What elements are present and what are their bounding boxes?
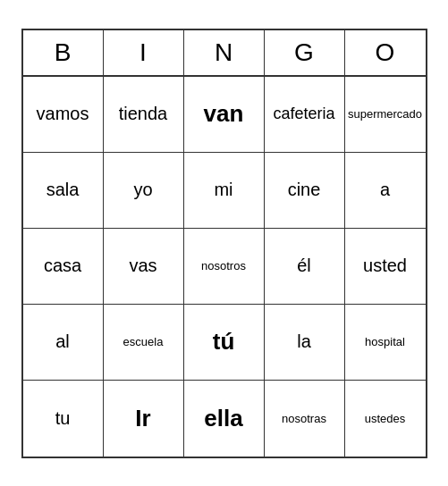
- cell-value: mi: [214, 180, 232, 200]
- bingo-cell: al: [23, 305, 104, 381]
- bingo-cell: tú: [184, 305, 265, 381]
- bingo-cell: usted: [345, 229, 426, 305]
- bingo-cell: vas: [104, 229, 184, 305]
- bingo-cell: tu: [23, 381, 104, 457]
- bingo-card: BINGO vamostiendavancafeteriasupermercad…: [21, 29, 427, 458]
- cell-value: hospital: [365, 335, 405, 348]
- cell-value: ustedes: [365, 412, 406, 425]
- cell-value: van: [204, 100, 244, 128]
- cell-value: tienda: [119, 104, 168, 124]
- bingo-cell: nosotras: [265, 381, 345, 457]
- cell-value: vas: [129, 256, 156, 276]
- cell-value: cafeteria: [273, 105, 334, 123]
- bingo-cell: ella: [184, 381, 265, 457]
- cell-value: la: [297, 331, 311, 352]
- bingo-grid: vamostiendavancafeteriasupermercadosalay…: [23, 75, 426, 457]
- header-letter: N: [184, 30, 265, 75]
- cell-value: casa: [44, 256, 81, 276]
- bingo-cell: nosotros: [184, 229, 265, 305]
- cell-value: nosotras: [282, 412, 326, 425]
- bingo-cell: yo: [104, 153, 184, 229]
- bingo-cell: sala: [23, 153, 104, 229]
- bingo-cell: vamos: [23, 77, 104, 153]
- cell-value: tu: [55, 408, 71, 429]
- bingo-cell: escuela: [104, 305, 184, 381]
- cell-value: él: [297, 256, 311, 276]
- cell-value: supermercado: [348, 107, 422, 121]
- bingo-cell: casa: [23, 229, 104, 305]
- header-letter: B: [23, 30, 104, 75]
- bingo-cell: cine: [265, 153, 345, 229]
- cell-value: a: [380, 180, 390, 200]
- cell-value: usted: [363, 256, 407, 276]
- header-letter: O: [345, 30, 426, 75]
- bingo-header: BINGO: [23, 30, 426, 75]
- cell-value: ella: [204, 405, 242, 432]
- bingo-cell: a: [345, 153, 426, 229]
- cell-value: sala: [46, 180, 80, 200]
- bingo-cell: mi: [184, 153, 265, 229]
- bingo-cell: la: [265, 305, 345, 381]
- cell-value: al: [55, 331, 70, 352]
- bingo-cell: ustedes: [345, 381, 426, 457]
- cell-value: nosotros: [201, 259, 246, 272]
- cell-value: Ir: [135, 405, 150, 432]
- bingo-cell: tienda: [104, 77, 184, 153]
- cell-value: escuela: [123, 335, 164, 348]
- bingo-cell: Ir: [104, 381, 184, 457]
- bingo-cell: él: [265, 229, 345, 305]
- bingo-cell: van: [184, 77, 265, 153]
- header-letter: I: [104, 30, 184, 75]
- header-letter: G: [265, 30, 345, 75]
- bingo-cell: cafeteria: [265, 77, 345, 153]
- cell-value: cine: [288, 180, 321, 200]
- cell-value: yo: [133, 180, 152, 200]
- cell-value: tú: [213, 328, 235, 356]
- bingo-cell: hospital: [345, 305, 426, 381]
- bingo-cell: supermercado: [345, 77, 426, 153]
- cell-value: vamos: [37, 104, 89, 124]
